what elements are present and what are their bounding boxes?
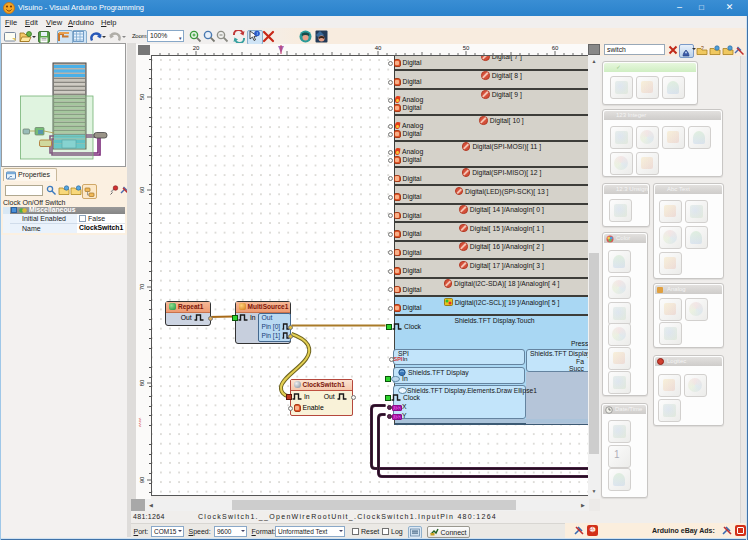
svg-text:60: 60: [552, 45, 559, 51]
svg-text:70: 70: [139, 283, 145, 290]
svg-text:50: 50: [139, 93, 145, 100]
svg-text:80: 80: [139, 379, 145, 386]
svg-text:^^^^: ^^^^: [138, 417, 144, 427]
svg-text:50: 50: [463, 45, 470, 51]
svg-text:60: 60: [139, 186, 145, 193]
svg-text:40: 40: [375, 45, 382, 51]
svg-text:?: ?: [701, 45, 704, 51]
svg-text:20: 20: [193, 45, 200, 51]
svg-text:90: 90: [139, 476, 145, 483]
